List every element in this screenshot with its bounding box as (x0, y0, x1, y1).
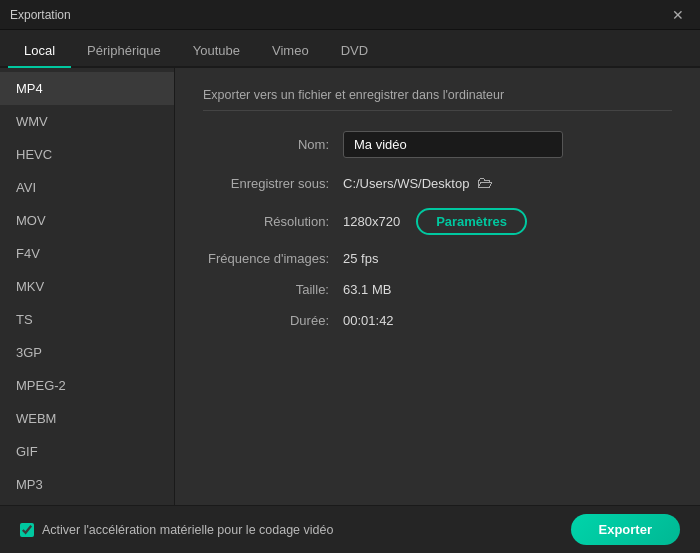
sidebar-item-gif[interactable]: GIF (0, 435, 174, 468)
sidebar-item-mp4[interactable]: MP4 (0, 72, 174, 105)
sidebar-item-f4v[interactable]: F4V (0, 237, 174, 270)
nom-input[interactable] (343, 131, 563, 158)
frequence-value: 25 fps (343, 251, 378, 266)
sidebar-item-mov[interactable]: MOV (0, 204, 174, 237)
duree-value: 00:01:42 (343, 313, 394, 328)
resolution-value: 1280x720 (343, 214, 400, 229)
section-title: Exporter vers un fichier et enregistrer … (203, 88, 672, 111)
nom-label: Nom: (203, 137, 343, 152)
path-row: Enregistrer sous: C:/Users/WS/Desktop 🗁 (203, 174, 672, 192)
sidebar-item-wmv[interactable]: WMV (0, 105, 174, 138)
duree-row: Durée: 00:01:42 (203, 313, 672, 328)
acceleration-checkbox-label[interactable]: Activer l'accélération matérielle pour l… (20, 523, 333, 537)
close-button[interactable]: ✕ (666, 5, 690, 25)
title-bar: Exportation ✕ (0, 0, 700, 30)
parametres-button[interactable]: Paramètres (416, 208, 527, 235)
folder-icon[interactable]: 🗁 (477, 174, 493, 192)
tab-dvd[interactable]: DVD (325, 35, 384, 68)
tab-vimeo[interactable]: Vimeo (256, 35, 325, 68)
enregistrer-label: Enregistrer sous: (203, 176, 343, 191)
acceleration-checkbox[interactable] (20, 523, 34, 537)
duree-label: Durée: (203, 313, 343, 328)
main-layout: MP4 WMV HEVC AVI MOV F4V MKV TS 3GP MPEG… (0, 68, 700, 505)
tab-bar: Local Périphérique Youtube Vimeo DVD (0, 30, 700, 68)
sidebar-item-mkv[interactable]: MKV (0, 270, 174, 303)
tab-youtube[interactable]: Youtube (177, 35, 256, 68)
sidebar-item-mp3[interactable]: MP3 (0, 468, 174, 501)
frequence-label: Fréquence d'images: (203, 251, 343, 266)
sidebar: MP4 WMV HEVC AVI MOV F4V MKV TS 3GP MPEG… (0, 68, 175, 505)
window-title: Exportation (10, 8, 71, 22)
sidebar-item-hevc[interactable]: HEVC (0, 138, 174, 171)
tab-peripherique[interactable]: Périphérique (71, 35, 177, 68)
sidebar-item-3gp[interactable]: 3GP (0, 336, 174, 369)
sidebar-item-ts[interactable]: TS (0, 303, 174, 336)
sidebar-item-webm[interactable]: WEBM (0, 402, 174, 435)
content-area: Exporter vers un fichier et enregistrer … (175, 68, 700, 505)
taille-row: Taille: 63.1 MB (203, 282, 672, 297)
bottom-bar: Activer l'accélération matérielle pour l… (0, 505, 700, 553)
nom-row: Nom: (203, 131, 672, 158)
path-text: C:/Users/WS/Desktop (343, 176, 469, 191)
export-button[interactable]: Exporter (571, 514, 680, 545)
sidebar-item-mpeg2[interactable]: MPEG-2 (0, 369, 174, 402)
taille-value: 63.1 MB (343, 282, 391, 297)
taille-label: Taille: (203, 282, 343, 297)
path-field: C:/Users/WS/Desktop 🗁 (343, 174, 493, 192)
frequence-row: Fréquence d'images: 25 fps (203, 251, 672, 266)
sidebar-item-avi[interactable]: AVI (0, 171, 174, 204)
resolution-row: Résolution: 1280x720 Paramètres (203, 208, 672, 235)
tab-local[interactable]: Local (8, 35, 71, 68)
acceleration-label-text: Activer l'accélération matérielle pour l… (42, 523, 333, 537)
resolution-label: Résolution: (203, 214, 343, 229)
resolution-value-area: 1280x720 Paramètres (343, 208, 527, 235)
